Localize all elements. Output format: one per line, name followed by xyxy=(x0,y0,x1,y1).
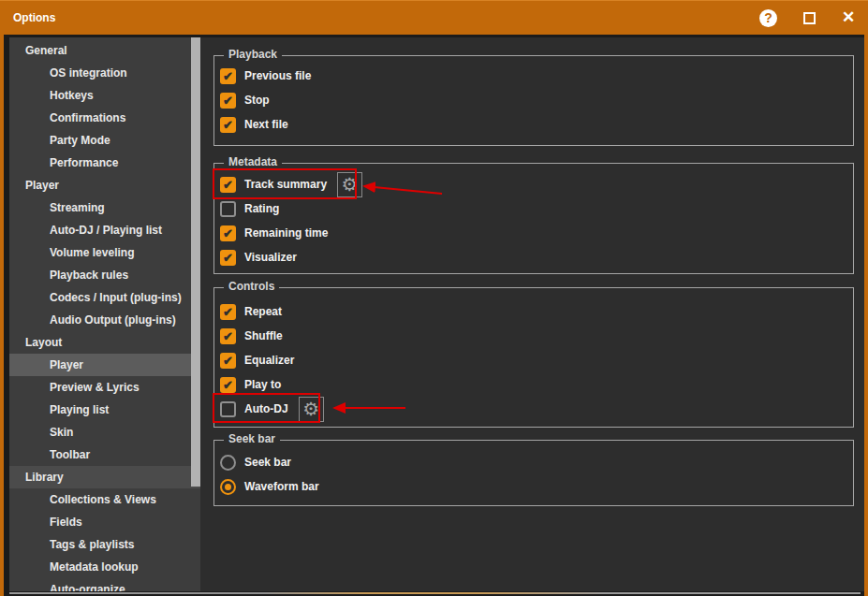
sidebar-item-skin[interactable]: Skin xyxy=(9,421,200,443)
row-auto-dj: Auto-DJ ⚙ xyxy=(214,397,853,421)
sidebar-item-audio-output[interactable]: Audio Output (plug-ins) xyxy=(9,309,200,331)
checkbox-previous-file[interactable] xyxy=(220,68,236,84)
track-summary-settings-button[interactable]: ⚙ xyxy=(337,172,362,197)
label-repeat: Repeat xyxy=(244,305,282,318)
radio-seek-bar[interactable] xyxy=(220,455,236,471)
sidebar-item-metadata-lookup[interactable]: Metadata lookup xyxy=(9,556,200,578)
label-seek-bar: Seek bar xyxy=(244,456,291,469)
group-playback: Playback Previous file Stop Next file xyxy=(213,55,854,146)
sidebar-item-performance[interactable]: Performance xyxy=(9,152,200,174)
sidebar-item-volume-leveling[interactable]: Volume leveling xyxy=(9,241,200,264)
radio-waveform-bar[interactable] xyxy=(220,479,236,495)
row-play-to: Play to xyxy=(214,372,853,397)
group-controls-title: Controls xyxy=(224,280,279,293)
row-equalizer: Equalizer xyxy=(214,348,853,372)
checkbox-rating[interactable] xyxy=(220,201,236,217)
label-shuffle: Shuffle xyxy=(244,329,283,342)
checkbox-shuffle[interactable] xyxy=(220,328,236,344)
sidebar-item-party-mode[interactable]: Party Mode xyxy=(9,129,200,152)
checkbox-repeat[interactable] xyxy=(220,304,236,320)
close-icon: ✕ xyxy=(842,8,855,26)
settings-panel: Playback Previous file Stop Next file Me… xyxy=(200,37,864,591)
window-border-right xyxy=(864,0,868,596)
row-stop: Stop xyxy=(214,88,853,112)
close-button[interactable]: ✕ xyxy=(841,10,856,25)
group-metadata: Metadata Track summary ⚙ Rating Remainin… xyxy=(213,163,854,274)
checkbox-play-to[interactable] xyxy=(220,377,236,393)
window-title: Options xyxy=(13,11,55,24)
checkbox-auto-dj[interactable] xyxy=(220,401,236,417)
label-equalizer: Equalizer xyxy=(244,354,294,367)
checkbox-visualizer[interactable] xyxy=(220,250,236,266)
sidebar-item-playback-rules[interactable]: Playback rules xyxy=(9,264,200,286)
gear-icon: ⚙ xyxy=(302,400,319,418)
label-play-to: Play to xyxy=(244,378,281,391)
titlebar: Options ? ✕ xyxy=(0,0,868,35)
row-next-file: Next file xyxy=(214,112,853,137)
bottom-divider xyxy=(9,592,861,594)
sidebar-item-collections-views[interactable]: Collections & Views xyxy=(9,488,200,511)
sidebar-item-hotkeys[interactable]: Hotkeys xyxy=(9,84,200,107)
sidebar-item-autodj-playing-list[interactable]: Auto-DJ / Playing list xyxy=(9,219,200,241)
group-metadata-title: Metadata xyxy=(224,155,282,168)
sidebar-item-fields[interactable]: Fields xyxy=(9,511,200,533)
label-track-summary: Track summary xyxy=(244,178,327,191)
sidebar-item-toolbar[interactable]: Toolbar xyxy=(9,443,200,466)
auto-dj-settings-button[interactable]: ⚙ xyxy=(299,397,324,422)
sidebar-item-auto-organize[interactable]: Auto-organize xyxy=(9,578,200,591)
row-shuffle: Shuffle xyxy=(214,324,853,348)
titlebar-buttons: ? ✕ xyxy=(759,9,856,27)
label-next-file: Next file xyxy=(244,118,288,131)
sidebar-item-os-integration[interactable]: OS integration xyxy=(9,62,200,84)
row-rating: Rating xyxy=(214,196,853,221)
row-track-summary: Track summary ⚙ xyxy=(214,172,853,196)
sidebar-item-playing-list[interactable]: Playing list xyxy=(9,399,200,421)
sidebar-item-confirmations[interactable]: Confirmations xyxy=(9,107,200,129)
row-visualizer: Visualizer xyxy=(214,245,853,269)
group-seek-bar-title: Seek bar xyxy=(224,432,280,445)
checkbox-equalizer[interactable] xyxy=(220,353,236,369)
sidebar-item-tags-playlists[interactable]: Tags & playlists xyxy=(9,533,200,556)
group-controls: Controls Repeat Shuffle Equalizer Play t… xyxy=(213,287,854,428)
maximize-icon xyxy=(803,12,816,24)
help-button[interactable]: ? xyxy=(759,9,777,27)
label-rating: Rating xyxy=(244,202,279,215)
checkbox-stop[interactable] xyxy=(220,93,236,109)
sidebar-item-layout-player[interactable]: Player xyxy=(9,354,200,376)
checkbox-track-summary[interactable] xyxy=(220,177,236,193)
label-stop: Stop xyxy=(244,94,270,107)
checkbox-next-file[interactable] xyxy=(220,117,236,133)
row-waveform-bar: Waveform bar xyxy=(214,474,853,499)
annotation-arrow-auto-dj xyxy=(323,402,409,414)
group-playback-title: Playback xyxy=(224,48,282,61)
row-remaining-time: Remaining time xyxy=(214,221,853,245)
label-waveform-bar: Waveform bar xyxy=(244,480,319,493)
sidebar-item-streaming[interactable]: Streaming xyxy=(9,196,200,219)
checkbox-remaining-time[interactable] xyxy=(220,225,236,241)
sidebar-item-codecs-input[interactable]: Codecs / Input (plug-ins) xyxy=(9,286,200,309)
row-previous-file: Previous file xyxy=(214,64,853,88)
help-icon: ? xyxy=(764,10,772,25)
label-visualizer: Visualizer xyxy=(244,251,297,264)
sidebar-item-preview-lyrics[interactable]: Preview & Lyrics xyxy=(9,376,200,399)
row-repeat: Repeat xyxy=(214,299,853,324)
label-auto-dj: Auto-DJ xyxy=(244,402,288,415)
sidebar-item-player-section[interactable]: Player xyxy=(9,174,200,196)
sidebar-item-general[interactable]: General xyxy=(9,39,200,62)
row-seek-bar: Seek bar xyxy=(214,450,853,474)
gear-icon: ⚙ xyxy=(342,175,359,194)
label-remaining-time: Remaining time xyxy=(244,226,328,240)
window-border-left xyxy=(0,0,4,596)
label-previous-file: Previous file xyxy=(244,69,311,82)
options-nav-sidebar: General OS integration Hotkeys Confirmat… xyxy=(9,37,200,591)
sidebar-item-layout-section[interactable]: Layout xyxy=(9,331,200,354)
sidebar-item-library-section[interactable]: Library xyxy=(9,466,200,488)
maximize-button[interactable] xyxy=(802,10,817,25)
sidebar-scrollbar-thumb[interactable] xyxy=(191,37,200,487)
group-seek-bar: Seek bar Seek bar Waveform bar xyxy=(213,440,854,506)
